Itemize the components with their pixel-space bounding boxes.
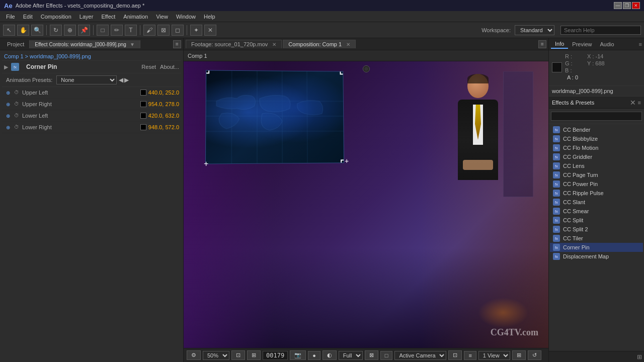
hand-tool[interactable]: ✋ (17, 25, 29, 36)
stopwatch-lower-left[interactable]: ⏱ (14, 113, 20, 119)
effect-cc-griddler[interactable]: fx CC Griddler (550, 152, 643, 161)
stopwatch-lower-right[interactable]: ⏱ (14, 124, 20, 130)
effects-presets-close[interactable]: ✕ (630, 99, 636, 107)
shape-tool[interactable]: □ (97, 25, 109, 36)
prop-value-lower-right[interactable]: 948.0, 572.0 (148, 124, 179, 130)
pixel-aspect-btn[interactable]: □ (380, 351, 393, 360)
tab-project[interactable]: Project (2, 40, 30, 48)
workspace-select[interactable]: Standard (515, 25, 554, 35)
search-input[interactable] (560, 26, 641, 35)
menu-file[interactable]: File (2, 13, 19, 21)
effect-cc-split-2[interactable]: fx CC Split 2 (550, 225, 643, 234)
stopwatch-upper-left[interactable]: ⏱ (14, 89, 20, 96)
show-channel-btn[interactable]: ● (308, 351, 320, 360)
fit-btn[interactable]: ⊡ (231, 350, 245, 360)
tab-composition[interactable]: Composition: Comp 1 ✕ (283, 40, 356, 48)
effect-icon: fx (553, 226, 560, 233)
text-tool[interactable]: T (125, 25, 137, 36)
guides-btn[interactable]: ≡ (464, 351, 476, 360)
prop-name-upper-left: Upper Left (22, 89, 140, 96)
zoom-tool[interactable]: 🔍 (31, 25, 43, 36)
transparency-btn[interactable]: ⊠ (365, 350, 378, 360)
effect-cc-blobbylize[interactable]: fx CC Blobbylize (550, 134, 643, 143)
restore-button[interactable]: ❐ (623, 2, 631, 9)
stopwatch-upper-right[interactable]: ⏱ (14, 101, 20, 107)
tab-info[interactable]: Info (551, 40, 568, 49)
effect-cc-power-pin[interactable]: fx CC Power Pin (550, 179, 643, 189)
panel-menu-btn[interactable]: ≡ (173, 40, 181, 48)
anim-presets-select[interactable]: None (56, 75, 117, 84)
eraser-tool[interactable]: ◻ (172, 25, 184, 36)
menu-layer[interactable]: Layer (75, 13, 98, 21)
viewer-settings-btn[interactable]: ⚙ (187, 350, 201, 360)
right-panel-menu[interactable]: ≡ (639, 41, 642, 47)
menu-animation[interactable]: Animation (119, 13, 152, 21)
corner-handle-tl[interactable] (205, 70, 209, 73)
reset-view-btn[interactable]: ↺ (528, 350, 541, 360)
pin-tool[interactable]: 📌 (78, 25, 90, 36)
menu-help[interactable]: Help (200, 13, 219, 21)
effects-presets-menu[interactable]: ≡ (638, 100, 641, 106)
effect-corner-pin[interactable]: fx Corner Pin (550, 243, 643, 252)
menu-view[interactable]: View (152, 13, 172, 21)
menu-effect[interactable]: Effect (97, 13, 119, 21)
menu-composition[interactable]: Composition (37, 13, 75, 21)
layer-controls-btn[interactable]: ⊡ (448, 350, 462, 360)
pan-tool[interactable]: ⊕ (64, 25, 76, 36)
tab-preview[interactable]: Preview (568, 40, 596, 48)
corner-pin-cross-right[interactable]: + (345, 157, 349, 165)
menu-window[interactable]: Window (172, 13, 200, 21)
corner-handle-br[interactable] (341, 159, 344, 163)
effect-toggle[interactable]: ▶ (4, 64, 8, 70)
person-head (467, 74, 489, 98)
close-comp-tab[interactable]: ✕ (346, 42, 350, 47)
corner-handle-tr[interactable] (340, 71, 344, 75)
prev-preset-btn[interactable]: ◀ (119, 76, 123, 83)
puppet-tool[interactable]: ✦ (190, 25, 202, 36)
effect-displacement-map[interactable]: fx Displacement Map (550, 252, 643, 261)
views-select[interactable]: 1 View (478, 351, 510, 360)
close-footage-tab[interactable]: ✕ (272, 42, 276, 47)
3d-view-btn[interactable]: ⊞ (512, 350, 526, 360)
next-preset-btn[interactable]: ▶ (124, 76, 129, 83)
effect-cc-tiler[interactable]: fx CC Tiler (550, 234, 643, 243)
snapshot-btn[interactable]: 📷 (290, 350, 306, 360)
about-button[interactable]: About... (160, 64, 179, 70)
viewer-panel-menu[interactable]: ≡ (538, 40, 546, 48)
effect-cc-flo-motion[interactable]: fx CC Flo Motion (550, 143, 643, 152)
effect-header: ▶ fx Corner Pin Reset About... (2, 61, 181, 73)
effects-options-btn[interactable]: ⊞ (637, 353, 642, 360)
stamp-tool[interactable]: ⊠ (157, 25, 170, 36)
pen-tool[interactable]: ✏ (111, 25, 123, 36)
effect-cc-lens[interactable]: fx CC Lens (550, 161, 643, 170)
minimize-button[interactable]: — (614, 2, 622, 9)
effect-cc-ripple-pulse[interactable]: fx CC Ripple Pulse (550, 189, 643, 198)
effect-cc-page-turn[interactable]: fx CC Page Turn (550, 170, 643, 179)
effect-cc-split[interactable]: fx CC Split (550, 216, 643, 225)
effect-cc-slant[interactable]: fx CC Slant (550, 198, 643, 207)
selection-tool[interactable]: ↖ (3, 25, 15, 36)
effects-search-input[interactable] (551, 112, 642, 121)
prop-value-upper-right[interactable]: 954.0, 278.0 (148, 101, 179, 107)
effect-cc-smear[interactable]: fx CC Smear (550, 207, 643, 216)
reset-button[interactable]: Reset (141, 64, 156, 70)
rotate-tool[interactable]: ↻ (50, 25, 62, 36)
close-button[interactable]: ✕ (632, 2, 640, 9)
viewer-canvas[interactable]: + + (184, 61, 548, 348)
extra-tool[interactable]: ✕ (204, 25, 216, 36)
tab-footage[interactable]: Footage: source_01_720p.mov ✕ (186, 40, 282, 48)
menu-edit[interactable]: Edit (19, 13, 37, 21)
brush-tool[interactable]: 🖌 (143, 25, 155, 36)
view-mode-select[interactable]: Active Camera (394, 351, 446, 360)
prop-value-lower-left[interactable]: 420.0, 632.0 (148, 113, 179, 119)
corner-handle-bl[interactable]: + (204, 159, 208, 168)
tab-audio[interactable]: Audio (596, 40, 618, 48)
grid-btn[interactable]: ⊞ (247, 350, 261, 360)
quality-select[interactable]: Full (339, 351, 363, 360)
zoom-select[interactable]: 50% (203, 351, 229, 360)
prop-value-upper-left[interactable]: 440.0, 252.0 (148, 89, 179, 96)
effect-cc-bender[interactable]: fx CC Bender (550, 125, 643, 134)
color-display-btn[interactable]: ◐ (323, 350, 337, 360)
y-label: Y : 688 (587, 60, 605, 66)
tab-effect-controls[interactable]: Effect Controls: worldmap_[000-899].png … (30, 40, 140, 48)
